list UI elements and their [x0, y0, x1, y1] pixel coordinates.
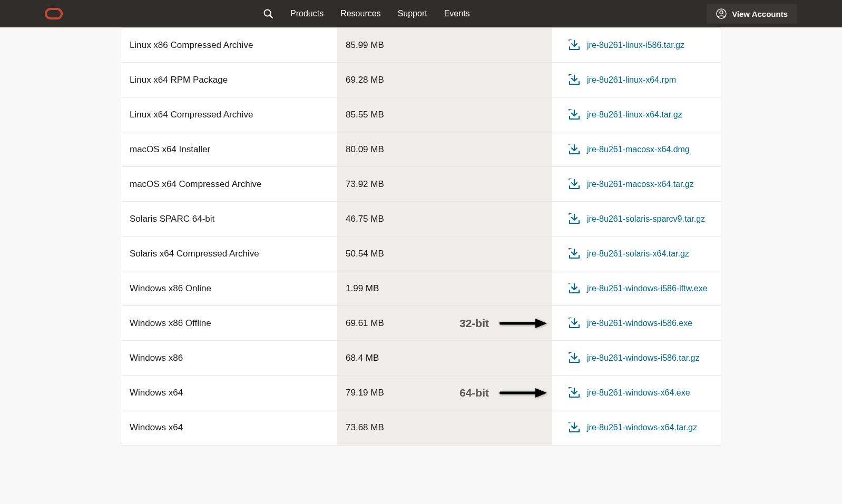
download-cell: jre-8u261-solaris-sparcv9.tar.gz [552, 203, 721, 235]
download-cell: jre-8u261-linux-x64.tar.gz [552, 98, 721, 131]
product-name: Linux x64 RPM Package [121, 64, 337, 96]
download-icon[interactable] [568, 318, 581, 329]
file-size-value: 1.99 MB [346, 283, 379, 294]
file-size: 69.61 MB32-bit [337, 306, 552, 340]
download-cell: jre-8u261-macosx-x64.tar.gz [552, 168, 721, 201]
file-size: 1.99 MB [337, 271, 552, 305]
download-link[interactable]: jre-8u261-windows-i586.exe [587, 319, 692, 328]
download-link[interactable]: jre-8u261-solaris-x64.tar.gz [587, 249, 689, 259]
annotation-text: 64-bit [459, 387, 489, 399]
svg-point-4 [720, 11, 723, 14]
download-link[interactable]: jre-8u261-windows-x64.tar.gz [587, 423, 697, 432]
download-link[interactable]: jre-8u261-windows-i586.tar.gz [587, 353, 699, 363]
download-cell: jre-8u261-macosx-x64.dmg [552, 133, 721, 166]
product-name: Windows x64 [121, 377, 337, 409]
table-row: Windows x86 Offline69.61 MB32-bit jre-8u… [121, 306, 721, 341]
file-size-value: 80.09 MB [346, 144, 384, 155]
file-size-value: 50.54 MB [346, 249, 384, 259]
file-size: 80.09 MB [337, 132, 552, 166]
download-icon[interactable] [568, 283, 581, 294]
file-size: 85.99 MB [337, 28, 552, 62]
svg-rect-0 [46, 9, 62, 18]
download-cell: jre-8u261-linux-i586.tar.gz [552, 29, 721, 62]
file-size: 50.54 MB [337, 236, 552, 271]
file-size-value: 79.19 MB [346, 388, 384, 398]
table-row: macOS x64 Compressed Archive73.92 MB jre… [121, 167, 721, 202]
file-size: 69.28 MB [337, 63, 552, 97]
file-size: 73.68 MB [337, 410, 552, 445]
download-icon[interactable] [568, 109, 581, 121]
nav: Products Resources Support Events [263, 8, 470, 19]
table-row: Windows x86 Online1.99 MB jre-8u261-wind… [121, 271, 721, 306]
download-icon[interactable] [568, 248, 581, 260]
download-icon[interactable] [568, 422, 581, 433]
file-size: 46.75 MB [337, 202, 552, 236]
download-cell: jre-8u261-windows-i586-iftw.exe [552, 272, 721, 305]
view-accounts-button[interactable]: View Accounts [707, 4, 797, 24]
annotation: 64-bit [459, 387, 547, 399]
file-size-value: 73.92 MB [346, 179, 384, 190]
file-size: 85.55 MB [337, 97, 552, 132]
product-name: Windows x86 [121, 342, 337, 374]
download-link[interactable]: jre-8u261-solaris-sparcv9.tar.gz [587, 214, 705, 224]
table-row: Windows x6473.68 MB jre-8u261-windows-x6… [121, 410, 721, 445]
arrow-icon [500, 318, 547, 329]
nav-support[interactable]: Support [398, 9, 427, 18]
arrow-icon [500, 387, 547, 399]
download-icon[interactable] [568, 179, 581, 190]
file-size-value: 69.61 MB [346, 318, 384, 329]
download-icon[interactable] [568, 74, 581, 86]
file-size-value: 69.28 MB [346, 75, 384, 85]
product-name: Linux x86 Compressed Archive [121, 29, 337, 61]
product-name: Solaris x64 Compressed Archive [121, 238, 337, 270]
svg-line-2 [270, 15, 272, 18]
search-icon[interactable] [263, 8, 273, 19]
product-name: Windows x86 Online [121, 273, 337, 304]
download-link[interactable]: jre-8u261-macosx-x64.dmg [587, 145, 690, 154]
user-icon [716, 8, 727, 19]
download-link[interactable]: jre-8u261-linux-x64.tar.gz [587, 110, 682, 120]
download-cell: jre-8u261-windows-x64.exe [552, 377, 721, 409]
file-size-value: 73.68 MB [346, 422, 384, 433]
view-accounts-label: View Accounts [732, 9, 788, 18]
file-size: 68.4 MB [337, 341, 552, 375]
header-left: Products Resources Support Events [45, 8, 470, 19]
table-row: macOS x64 Installer80.09 MB jre-8u261-ma… [121, 132, 721, 167]
nav-events[interactable]: Events [444, 9, 470, 18]
annotation: 32-bit [459, 317, 547, 330]
download-link[interactable]: jre-8u261-macosx-x64.tar.gz [587, 180, 694, 189]
download-link[interactable]: jre-8u261-linux-i586.tar.gz [587, 41, 684, 50]
file-size-value: 46.75 MB [346, 214, 384, 224]
download-cell: jre-8u261-windows-i586.tar.gz [552, 342, 721, 374]
download-link[interactable]: jre-8u261-windows-x64.exe [587, 388, 690, 398]
file-size: 79.19 MB64-bit [337, 375, 552, 410]
download-cell: jre-8u261-linux-x64.rpm [552, 64, 721, 96]
table-row: Windows x8668.4 MB jre-8u261-windows-i58… [121, 341, 721, 375]
table-row: Windows x6479.19 MB64-bit jre-8u261-wind… [121, 375, 721, 410]
oracle-logo[interactable] [45, 8, 63, 19]
product-name: Linux x64 Compressed Archive [121, 99, 337, 131]
table-row: Solaris SPARC 64-bit46.75 MB jre-8u261-s… [121, 202, 721, 236]
download-icon[interactable] [568, 352, 581, 364]
download-icon[interactable] [568, 144, 581, 155]
nav-resources[interactable]: Resources [340, 9, 380, 18]
table-row: Linux x64 RPM Package69.28 MB jre-8u261-… [121, 63, 721, 97]
file-size: 73.92 MB [337, 167, 552, 201]
table-row: Linux x64 Compressed Archive85.55 MB jre… [121, 97, 721, 132]
download-icon[interactable] [568, 213, 581, 225]
downloads-table: Linux x86 Compressed Archive85.99 MB jre… [121, 27, 721, 446]
table-row: Solaris x64 Compressed Archive50.54 MB j… [121, 236, 721, 271]
download-link[interactable]: jre-8u261-windows-i586-iftw.exe [587, 284, 708, 293]
download-icon[interactable] [568, 39, 581, 51]
header: Products Resources Support Events View A… [0, 0, 842, 27]
product-name: Solaris SPARC 64-bit [121, 203, 337, 235]
download-link[interactable]: jre-8u261-linux-x64.rpm [587, 75, 676, 85]
nav-products[interactable]: Products [290, 9, 324, 18]
product-name: Windows x86 Offline [121, 308, 337, 339]
download-icon[interactable] [568, 387, 581, 399]
product-name: macOS x64 Compressed Archive [121, 169, 337, 200]
file-size-value: 85.55 MB [346, 110, 384, 120]
download-cell: jre-8u261-solaris-x64.tar.gz [552, 238, 721, 270]
table-row: Linux x86 Compressed Archive85.99 MB jre… [121, 28, 721, 63]
file-size-value: 68.4 MB [346, 353, 379, 363]
